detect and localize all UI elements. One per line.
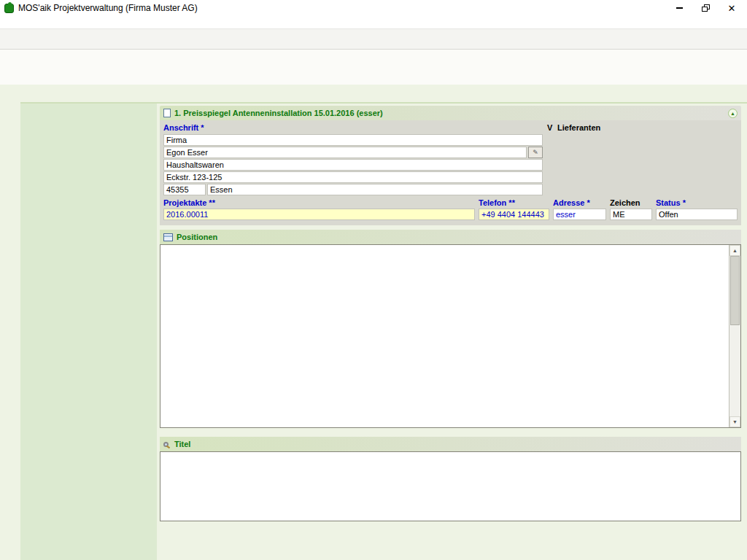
name-field[interactable] [163, 147, 527, 158]
record-form: Anschrift * ✎ [160, 120, 741, 225]
record-title: 1. Preisspiegel Antenneninstallation 15.… [174, 109, 383, 117]
record-header-band: 1. Preisspiegel Antenneninstallation 15.… [160, 106, 741, 120]
workspace: 1. Preisspiegel Antenneninstallation 15.… [0, 85, 747, 560]
app-puzzle-icon [4, 4, 14, 13]
ort-field[interactable] [207, 184, 543, 195]
minimize-button[interactable] [668, 1, 690, 15]
adresse-label: Adresse * [553, 198, 606, 209]
vertical-tab-strip [0, 86, 20, 560]
scroll-thumb[interactable] [730, 256, 740, 325]
branche-field[interactable] [163, 159, 543, 171]
sidebar [20, 104, 157, 560]
tab-bar [20, 85, 747, 102]
positionen-title: Positionen [177, 233, 217, 241]
main-content: 1. Preisspiegel Antenneninstallation 15.… [157, 104, 747, 560]
titel-table-empty-body [160, 452, 740, 521]
telefon-field[interactable] [479, 209, 549, 220]
scroll-down-icon[interactable]: ▼ [729, 416, 740, 427]
positionen-grid: ▲ ▼ [160, 244, 741, 428]
status-field[interactable] [656, 209, 738, 220]
body-row: 1. Preisspiegel Antenneninstallation 15.… [20, 102, 747, 560]
toolbar [0, 28, 747, 50]
grid-icon [163, 233, 173, 241]
projektakte-label: Projektakte ** [163, 198, 475, 209]
collapse-header-button[interactable]: ▲ [728, 109, 738, 118]
scroll-up-icon[interactable]: ▲ [729, 245, 740, 256]
status-label: Status * [656, 198, 738, 209]
projektakte-field[interactable] [163, 209, 475, 220]
firma-field[interactable] [163, 134, 543, 146]
close-icon: ✕ [728, 4, 736, 13]
restore-button[interactable] [694, 1, 716, 15]
positionen-band: Positionen [160, 230, 741, 244]
address-lookup-button[interactable]: ✎ [528, 147, 543, 158]
restore-icon [702, 4, 710, 12]
anschrift-label: Anschrift * [163, 123, 543, 133]
telefon-label: Telefon ** [479, 198, 549, 209]
titel-grid [160, 451, 741, 521]
document-icon [163, 109, 171, 117]
window-title: MOS'aik Projektverwaltung (Firma Muster … [18, 3, 664, 13]
title-bar: MOS'aik Projektverwaltung (Firma Muster … [0, 0, 747, 16]
titel-title: Titel [174, 440, 190, 448]
menu-bar [0, 16, 747, 28]
close-button[interactable]: ✕ [721, 1, 743, 15]
plz-field[interactable] [163, 184, 206, 195]
lieferanten-v-header: V [547, 123, 554, 133]
grid-scrollbar[interactable]: ▲ ▼ [729, 245, 740, 427]
zeichen-label: Zeichen [610, 198, 652, 209]
scroll-track[interactable] [729, 256, 740, 416]
minimize-icon [676, 7, 683, 9]
lieferanten-header: Lieferanten [557, 123, 600, 133]
magnifier-icon [163, 442, 169, 447]
adresse-field[interactable] [553, 209, 606, 220]
titel-band: Titel [160, 437, 741, 451]
zeichen-field[interactable] [610, 209, 652, 220]
positionen-table [160, 245, 729, 427]
strasse-field[interactable] [163, 171, 543, 183]
breadcrumb [0, 50, 747, 85]
